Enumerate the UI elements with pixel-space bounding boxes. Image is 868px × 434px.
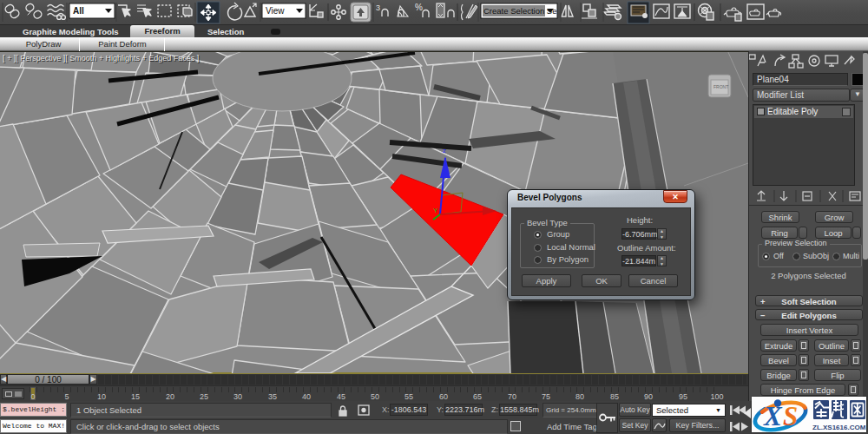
svg-text:View: View [266, 6, 285, 16]
svg-text:FRONT: FRONT [713, 84, 728, 89]
svg-text:All: All [73, 6, 84, 16]
svg-text:S: S [783, 401, 798, 431]
svg-text:ZL.XS1616.COM: ZL.XS1616.COM [812, 424, 866, 431]
svg-text:Y: Y [433, 207, 438, 214]
svg-text:3: 3 [376, 3, 380, 12]
svg-text:Create Selection Se: Create Selection Se [483, 6, 557, 16]
svg-text:X: X [763, 401, 783, 431]
svg-text:%: % [415, 3, 423, 12]
svg-text:z: z [443, 147, 446, 155]
